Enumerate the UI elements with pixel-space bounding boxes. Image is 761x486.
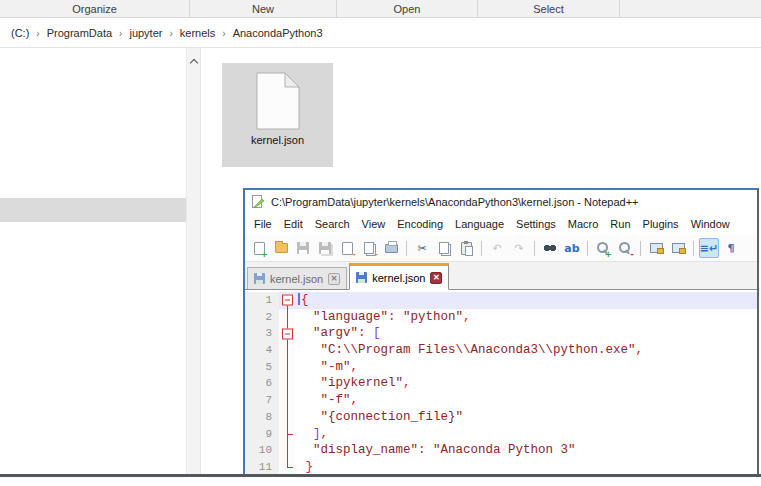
tab-2-kernel-json[interactable]: kernel.json✕ (349, 263, 449, 290)
menu-plugins[interactable]: Plugins (637, 214, 685, 235)
replace-icon[interactable]: ab (562, 238, 582, 258)
line-number: 8 (245, 409, 279, 426)
code-line-1: 1{ (245, 292, 757, 309)
ribbon-item-new[interactable]: New (190, 0, 337, 17)
close-file-icon[interactable]: - (337, 238, 357, 258)
code-line-4: 4 "C:\\Program Files\\Anaconda3\\python.… (245, 342, 757, 359)
tab-label: kernel.json (372, 272, 425, 284)
breadcrumb-item-anacondapython3[interactable]: AnacondaPython3 (230, 25, 326, 41)
code-token: : (388, 310, 396, 324)
code-token: "python" (403, 310, 463, 324)
breadcrumb-item-jupyter[interactable]: jupyter (126, 25, 165, 41)
code-token (298, 310, 313, 324)
code-text[interactable]: ], (295, 426, 757, 443)
editor[interactable]: 1{2 "language": "python",3 "argv": [4 "C… (245, 290, 757, 474)
code-token: ] (313, 427, 321, 441)
ribbon-item-open[interactable]: Open (337, 0, 478, 17)
open-file-icon[interactable] (271, 238, 291, 258)
code-token (396, 310, 404, 324)
scroll-up-arrow-icon[interactable] (191, 58, 198, 65)
line-number: 9 (245, 426, 279, 443)
fold-line (287, 459, 288, 467)
tab-close-icon[interactable]: ✕ (430, 272, 442, 284)
fold-line (287, 375, 288, 392)
fold-collapse-box[interactable] (282, 295, 293, 306)
fold-margin (279, 359, 295, 376)
tab-close-icon[interactable]: ✕ (328, 273, 340, 285)
show-all-characters-icon[interactable]: ¶ (721, 238, 741, 258)
new-file-icon[interactable]: + (249, 238, 269, 258)
line-number: 10 (245, 442, 279, 459)
line-number: 1 (245, 292, 279, 309)
fold-margin (279, 409, 295, 426)
redo-icon[interactable]: ↷ (509, 238, 529, 258)
undo-icon[interactable]: ↶ (487, 238, 507, 258)
menu-view[interactable]: View (356, 214, 392, 235)
ribbon-item-organize[interactable]: Organize (0, 0, 190, 17)
code-line-9: 9 ], (245, 426, 757, 443)
code-line-2: 2 "language": "python", (245, 309, 757, 326)
code-text[interactable]: "{connection_file}" (295, 409, 757, 426)
nav-pane[interactable] (0, 48, 186, 474)
code-text[interactable]: } (295, 459, 757, 474)
code-token: "Anaconda Python 3" (433, 443, 576, 457)
sync-horizontal-scroll-icon[interactable] (668, 238, 688, 258)
nav-scrollbar[interactable] (186, 48, 201, 474)
code-token: { (301, 293, 309, 307)
fold-collapse-box[interactable] (282, 328, 293, 339)
ribbon-filler (620, 0, 761, 17)
code-text[interactable]: "-m", (295, 359, 757, 376)
tab-bar: kernel.json✕kernel.json✕ (245, 262, 757, 290)
file-item-kernel-json[interactable]: kernel.json (222, 63, 333, 167)
menu-file[interactable]: File (248, 214, 278, 235)
menu-window[interactable]: Window (685, 214, 736, 235)
zoom-out-badge: - (630, 250, 634, 258)
code-text[interactable]: "ipykernel", (295, 375, 757, 392)
code-token (298, 360, 321, 374)
copy-icon[interactable] (434, 238, 454, 258)
code-text[interactable]: "language": "python", (295, 309, 757, 326)
print-icon[interactable] (381, 238, 401, 258)
menu-language[interactable]: Language (449, 214, 510, 235)
breadcrumb: (C:)›ProgramData›jupyter›kernels›Anacond… (0, 19, 761, 48)
zoom-out-icon[interactable]: - (615, 238, 635, 258)
breadcrumb-item-c[interactable]: (C:) (8, 25, 32, 41)
fold-margin (279, 442, 295, 459)
fold-line (287, 409, 288, 426)
nav-selected-item[interactable] (0, 198, 186, 222)
line-number: 2 (245, 309, 279, 326)
fold-line (287, 392, 288, 409)
word-wrap-icon[interactable]: ≡↵ (699, 238, 719, 258)
close-all-icon[interactable]: - (359, 238, 379, 258)
menu-encoding[interactable]: Encoding (391, 214, 449, 235)
paste-icon[interactable] (456, 238, 476, 258)
find-icon[interactable] (540, 238, 560, 258)
menu-settings[interactable]: Settings (510, 214, 562, 235)
zoom-in-icon[interactable]: + (593, 238, 613, 258)
save-all-icon[interactable] (315, 238, 335, 258)
code-text[interactable]: { (295, 292, 757, 309)
code-text[interactable]: "C:\\Program Files\\Anaconda3\\python.ex… (295, 342, 757, 359)
code-text[interactable]: "-f", (295, 392, 757, 409)
code-token (298, 393, 321, 407)
code-token (366, 326, 374, 340)
code-text[interactable]: "display_name": "Anaconda Python 3" (295, 442, 757, 459)
breadcrumb-item-kernels[interactable]: kernels (177, 25, 218, 41)
code-text[interactable]: "argv": [ (295, 325, 757, 342)
menu-search[interactable]: Search (309, 214, 356, 235)
cut-icon[interactable]: ✂ (412, 238, 432, 258)
breadcrumb-item-programdata[interactable]: ProgramData (44, 25, 115, 41)
fold-margin (279, 426, 295, 443)
save-icon[interactable] (293, 238, 313, 258)
menu-macro[interactable]: Macro (562, 214, 605, 235)
ribbon-item-select[interactable]: Select (478, 0, 620, 17)
tab-1-kernel-json[interactable]: kernel.json✕ (247, 267, 347, 289)
menu-run[interactable]: Run (604, 214, 636, 235)
fold-margin (279, 309, 295, 326)
code-token: "{connection_file}" (321, 410, 464, 424)
window-titlebar[interactable]: C:\ProgramData\jupyter\kernels\AnacondaP… (245, 190, 757, 214)
sync-vertical-scroll-icon[interactable] (646, 238, 666, 258)
menu-edit[interactable]: Edit (278, 214, 309, 235)
code-line-8: 8 "{connection_file}" (245, 409, 757, 426)
tab-label: kernel.json (270, 273, 323, 285)
